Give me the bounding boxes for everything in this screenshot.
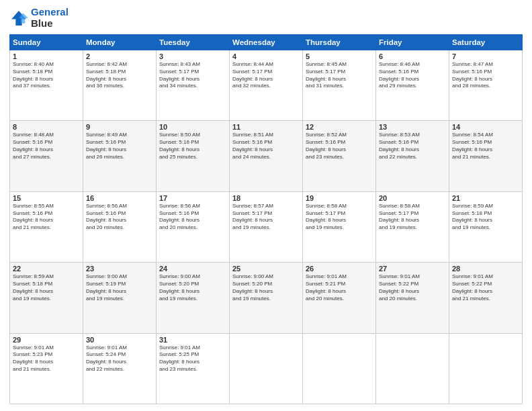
calendar-cell: 14Sunrise: 8:54 AMSunset: 5:16 PMDayligh… bbox=[449, 121, 523, 191]
cell-info: Sunrise: 8:59 AMSunset: 5:18 PMDaylight:… bbox=[13, 273, 80, 302]
calendar-cell: 15Sunrise: 8:55 AMSunset: 5:16 PMDayligh… bbox=[10, 191, 83, 262]
calendar-cell: 28Sunrise: 9:01 AMSunset: 5:22 PMDayligh… bbox=[449, 263, 523, 333]
calendar-cell: 31Sunrise: 9:01 AMSunset: 5:25 PMDayligh… bbox=[157, 333, 230, 404]
calendar-cell: 20Sunrise: 8:58 AMSunset: 5:17 PMDayligh… bbox=[376, 191, 449, 262]
cell-info: Sunrise: 9:01 AMSunset: 5:25 PMDaylight:… bbox=[159, 345, 226, 373]
cell-info: Sunrise: 8:48 AMSunset: 5:16 PMDaylight:… bbox=[13, 132, 80, 161]
day-number: 16 bbox=[86, 194, 153, 202]
cell-info: Sunrise: 8:51 AMSunset: 5:16 PMDaylight:… bbox=[232, 132, 300, 161]
day-number: 15 bbox=[13, 194, 80, 202]
calendar-cell: 13Sunrise: 8:53 AMSunset: 5:16 PMDayligh… bbox=[376, 121, 449, 191]
col-header-monday: Monday bbox=[83, 35, 157, 50]
day-number: 12 bbox=[306, 123, 373, 131]
header: General Blue bbox=[9, 7, 523, 29]
calendar-cell bbox=[376, 333, 449, 404]
calendar-cell: 8Sunrise: 8:48 AMSunset: 5:16 PMDaylight… bbox=[10, 121, 83, 191]
col-header-wednesday: Wednesday bbox=[230, 35, 303, 50]
day-number: 26 bbox=[306, 265, 373, 273]
col-header-friday: Friday bbox=[376, 35, 449, 50]
day-number: 14 bbox=[452, 123, 519, 131]
cell-info: Sunrise: 9:01 AMSunset: 5:22 PMDaylight:… bbox=[379, 273, 446, 302]
day-number: 24 bbox=[159, 265, 226, 273]
calendar-cell bbox=[230, 333, 303, 404]
col-header-sunday: Sunday bbox=[10, 35, 83, 50]
calendar-cell: 24Sunrise: 9:00 AMSunset: 5:20 PMDayligh… bbox=[157, 263, 230, 333]
day-number: 29 bbox=[13, 336, 80, 344]
week-row-4: 22Sunrise: 8:59 AMSunset: 5:18 PMDayligh… bbox=[10, 263, 523, 333]
cell-info: Sunrise: 8:52 AMSunset: 5:16 PMDaylight:… bbox=[306, 132, 373, 161]
week-row-1: 1Sunrise: 8:40 AMSunset: 5:18 PMDaylight… bbox=[10, 50, 523, 121]
calendar-cell: 27Sunrise: 9:01 AMSunset: 5:22 PMDayligh… bbox=[376, 263, 449, 333]
day-number: 30 bbox=[86, 336, 153, 344]
cell-info: Sunrise: 9:00 AMSunset: 5:20 PMDaylight:… bbox=[232, 273, 300, 302]
calendar-cell: 9Sunrise: 8:49 AMSunset: 5:16 PMDaylight… bbox=[83, 121, 157, 191]
cell-info: Sunrise: 8:47 AMSunset: 5:16 PMDaylight:… bbox=[452, 61, 519, 90]
cell-info: Sunrise: 9:01 AMSunset: 5:22 PMDaylight:… bbox=[452, 273, 519, 302]
logo-icon bbox=[9, 9, 28, 28]
cell-info: Sunrise: 8:50 AMSunset: 5:16 PMDaylight:… bbox=[159, 132, 226, 161]
day-number: 11 bbox=[232, 123, 300, 131]
logo-text: General Blue bbox=[31, 7, 69, 29]
col-header-tuesday: Tuesday bbox=[157, 35, 230, 50]
calendar-cell: 17Sunrise: 8:56 AMSunset: 5:16 PMDayligh… bbox=[157, 191, 230, 262]
week-row-3: 15Sunrise: 8:55 AMSunset: 5:16 PMDayligh… bbox=[10, 191, 523, 262]
cell-info: Sunrise: 8:43 AMSunset: 5:17 PMDaylight:… bbox=[159, 61, 226, 90]
calendar-cell: 5Sunrise: 8:45 AMSunset: 5:17 PMDaylight… bbox=[303, 50, 376, 121]
cell-info: Sunrise: 8:57 AMSunset: 5:17 PMDaylight:… bbox=[232, 203, 300, 232]
calendar-cell: 18Sunrise: 8:57 AMSunset: 5:17 PMDayligh… bbox=[230, 191, 303, 262]
calendar-cell: 3Sunrise: 8:43 AMSunset: 5:17 PMDaylight… bbox=[157, 50, 230, 121]
cell-info: Sunrise: 8:49 AMSunset: 5:16 PMDaylight:… bbox=[86, 132, 153, 161]
day-number: 9 bbox=[86, 123, 153, 131]
day-number: 8 bbox=[13, 123, 80, 131]
cell-info: Sunrise: 8:45 AMSunset: 5:17 PMDaylight:… bbox=[306, 61, 373, 90]
day-number: 1 bbox=[13, 52, 80, 60]
calendar-cell: 26Sunrise: 9:01 AMSunset: 5:21 PMDayligh… bbox=[303, 263, 376, 333]
cell-info: Sunrise: 8:53 AMSunset: 5:16 PMDaylight:… bbox=[379, 132, 446, 161]
day-number: 19 bbox=[306, 194, 373, 202]
calendar-cell: 6Sunrise: 8:46 AMSunset: 5:16 PMDaylight… bbox=[376, 50, 449, 121]
cell-info: Sunrise: 8:58 AMSunset: 5:17 PMDaylight:… bbox=[306, 203, 373, 232]
day-number: 27 bbox=[379, 265, 446, 273]
calendar-cell: 23Sunrise: 9:00 AMSunset: 5:19 PMDayligh… bbox=[83, 263, 157, 333]
cell-info: Sunrise: 8:59 AMSunset: 5:18 PMDaylight:… bbox=[452, 203, 519, 232]
day-number: 2 bbox=[86, 52, 153, 60]
day-number: 25 bbox=[232, 265, 300, 273]
day-number: 22 bbox=[13, 265, 80, 273]
calendar-cell: 7Sunrise: 8:47 AMSunset: 5:16 PMDaylight… bbox=[449, 50, 523, 121]
week-row-2: 8Sunrise: 8:48 AMSunset: 5:16 PMDaylight… bbox=[10, 121, 523, 191]
calendar-cell: 2Sunrise: 8:42 AMSunset: 5:18 PMDaylight… bbox=[83, 50, 157, 121]
cell-info: Sunrise: 8:56 AMSunset: 5:16 PMDaylight:… bbox=[159, 203, 226, 232]
day-number: 20 bbox=[379, 194, 446, 202]
cell-info: Sunrise: 8:55 AMSunset: 5:16 PMDaylight:… bbox=[13, 203, 80, 232]
calendar-cell: 25Sunrise: 9:00 AMSunset: 5:20 PMDayligh… bbox=[230, 263, 303, 333]
calendar-cell: 4Sunrise: 8:44 AMSunset: 5:17 PMDaylight… bbox=[230, 50, 303, 121]
calendar-cell: 10Sunrise: 8:50 AMSunset: 5:16 PMDayligh… bbox=[157, 121, 230, 191]
calendar-table: SundayMondayTuesdayWednesdayThursdayFrid… bbox=[9, 34, 523, 404]
cell-info: Sunrise: 9:00 AMSunset: 5:20 PMDaylight:… bbox=[159, 273, 226, 302]
calendar-cell: 22Sunrise: 8:59 AMSunset: 5:18 PMDayligh… bbox=[10, 263, 83, 333]
calendar-header-row: SundayMondayTuesdayWednesdayThursdayFrid… bbox=[10, 35, 523, 50]
col-header-saturday: Saturday bbox=[449, 35, 523, 50]
day-number: 13 bbox=[379, 123, 446, 131]
day-number: 10 bbox=[159, 123, 226, 131]
calendar-cell bbox=[449, 333, 523, 404]
calendar-cell: 19Sunrise: 8:58 AMSunset: 5:17 PMDayligh… bbox=[303, 191, 376, 262]
day-number: 28 bbox=[452, 265, 519, 273]
day-number: 18 bbox=[232, 194, 300, 202]
cell-info: Sunrise: 9:01 AMSunset: 5:23 PMDaylight:… bbox=[13, 345, 80, 373]
calendar-cell: 30Sunrise: 9:01 AMSunset: 5:24 PMDayligh… bbox=[83, 333, 157, 404]
cell-info: Sunrise: 8:54 AMSunset: 5:16 PMDaylight:… bbox=[452, 132, 519, 161]
cell-info: Sunrise: 9:01 AMSunset: 5:24 PMDaylight:… bbox=[86, 345, 153, 373]
calendar-cell: 29Sunrise: 9:01 AMSunset: 5:23 PMDayligh… bbox=[10, 333, 83, 404]
day-number: 5 bbox=[306, 52, 373, 60]
day-number: 3 bbox=[159, 52, 226, 60]
calendar-cell: 16Sunrise: 8:56 AMSunset: 5:16 PMDayligh… bbox=[83, 191, 157, 262]
cell-info: Sunrise: 8:56 AMSunset: 5:16 PMDaylight:… bbox=[86, 203, 153, 232]
day-number: 17 bbox=[159, 194, 226, 202]
cell-info: Sunrise: 8:46 AMSunset: 5:16 PMDaylight:… bbox=[379, 61, 446, 90]
cell-info: Sunrise: 8:58 AMSunset: 5:17 PMDaylight:… bbox=[379, 203, 446, 232]
day-number: 6 bbox=[379, 52, 446, 60]
cell-info: Sunrise: 9:01 AMSunset: 5:21 PMDaylight:… bbox=[306, 273, 373, 302]
logo: General Blue bbox=[9, 7, 69, 29]
col-header-thursday: Thursday bbox=[303, 35, 376, 50]
